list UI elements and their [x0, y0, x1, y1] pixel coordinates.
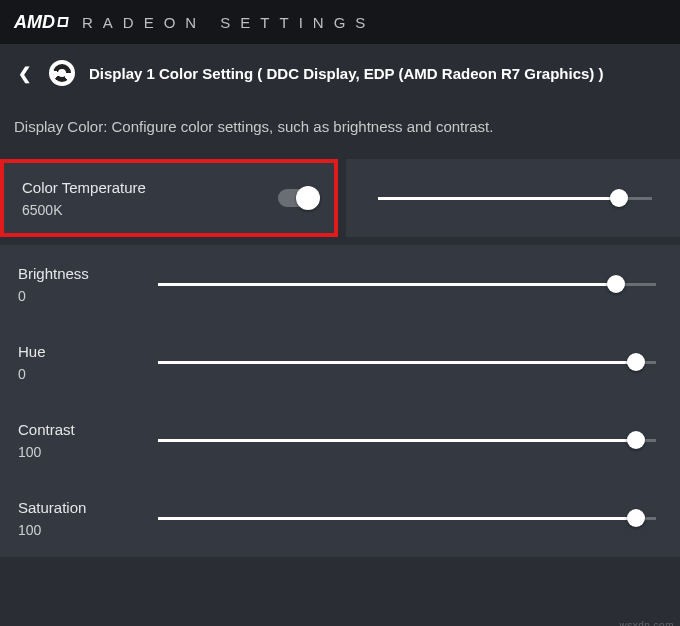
breadcrumb: ❮ Display 1 Color Setting ( DDC Display,… — [0, 44, 680, 96]
hue-label: Hue — [18, 343, 158, 360]
saturation-slider[interactable] — [158, 506, 656, 530]
color-temperature-row: Color Temperature 6500K — [0, 159, 680, 237]
back-button[interactable]: ❮ — [14, 62, 35, 85]
color-temperature-label: Color Temperature — [22, 179, 146, 196]
brightness-row: Brightness 0 — [0, 245, 680, 323]
contrast-label: Contrast — [18, 421, 158, 438]
color-temperature-value: 6500K — [22, 202, 146, 218]
saturation-label: Saturation — [18, 499, 158, 516]
watermark: wsxdn.com — [619, 620, 674, 626]
page-description: Display Color: Configure color settings,… — [0, 96, 680, 159]
brightness-label: Brightness — [18, 265, 158, 282]
color-temperature-toggle-panel: Color Temperature 6500K — [0, 159, 338, 237]
hue-row: Hue 0 — [0, 323, 680, 401]
settings-list: Color Temperature 6500K Brightness 0 — [0, 159, 680, 557]
contrast-row: Contrast 100 — [0, 401, 680, 479]
color-temperature-slider[interactable] — [378, 186, 652, 210]
display-color-icon — [49, 60, 75, 86]
color-temperature-slider-panel — [346, 159, 680, 237]
saturation-row: Saturation 100 — [0, 479, 680, 557]
app-title: RADEON SETTINGS — [82, 14, 375, 31]
color-temperature-toggle[interactable] — [278, 189, 316, 207]
brightness-value: 0 — [18, 288, 158, 304]
contrast-slider[interactable] — [158, 428, 656, 452]
titlebar: AMD RADEON SETTINGS — [0, 0, 680, 44]
hue-value: 0 — [18, 366, 158, 382]
saturation-value: 100 — [18, 522, 158, 538]
brightness-slider[interactable] — [158, 272, 656, 296]
contrast-value: 100 — [18, 444, 158, 460]
amd-logo: AMD — [14, 12, 68, 33]
hue-slider[interactable] — [158, 350, 656, 374]
page-title: Display 1 Color Setting ( DDC Display, E… — [89, 65, 604, 82]
